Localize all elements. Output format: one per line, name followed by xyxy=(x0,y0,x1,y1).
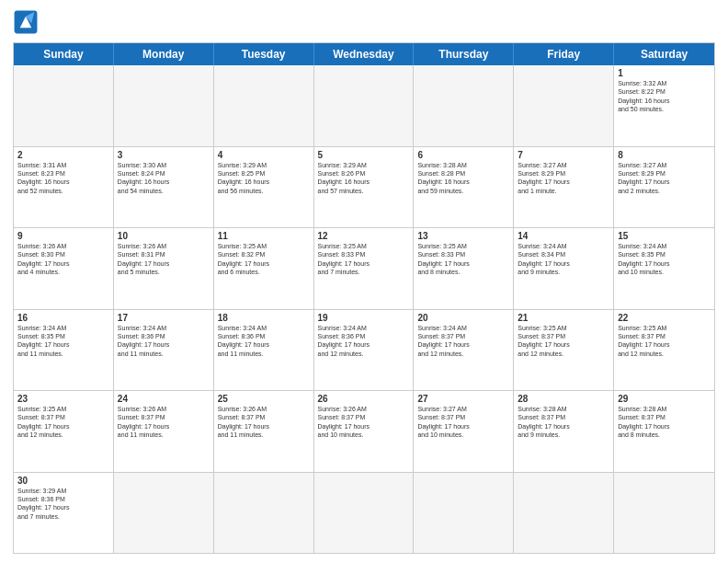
calendar-header: SundayMondayTuesdayWednesdayThursdayFrid… xyxy=(14,43,714,65)
day-number: 24 xyxy=(118,394,210,404)
calendar-cell: 3Sunrise: 3:30 AM Sunset: 8:24 PM Daylig… xyxy=(114,147,214,228)
day-number: 14 xyxy=(518,231,609,241)
calendar-cell: 6Sunrise: 3:28 AM Sunset: 8:28 PM Daylig… xyxy=(414,147,514,228)
day-number: 27 xyxy=(417,394,509,404)
day-number: 26 xyxy=(318,394,410,404)
day-header-tuesday: Tuesday xyxy=(214,43,314,65)
day-number: 28 xyxy=(518,394,609,404)
calendar-cell: 14Sunrise: 3:24 AM Sunset: 8:34 PM Dayli… xyxy=(514,228,614,309)
calendar-cell: 16Sunrise: 3:24 AM Sunset: 8:35 PM Dayli… xyxy=(14,310,114,391)
calendar-cell: 27Sunrise: 3:27 AM Sunset: 8:37 PM Dayli… xyxy=(414,391,514,472)
calendar: SundayMondayTuesdayWednesdayThursdayFrid… xyxy=(13,42,715,554)
cell-info: Sunrise: 3:26 AM Sunset: 8:30 PM Dayligh… xyxy=(17,242,109,277)
calendar-cell: 12Sunrise: 3:25 AM Sunset: 8:33 PM Dayli… xyxy=(314,228,415,309)
header xyxy=(13,9,715,35)
cell-info: Sunrise: 3:27 AM Sunset: 8:29 PM Dayligh… xyxy=(518,161,609,196)
day-number: 20 xyxy=(417,313,509,323)
calendar-cell: 24Sunrise: 3:26 AM Sunset: 8:37 PM Dayli… xyxy=(114,391,214,472)
calendar-cell xyxy=(214,65,314,146)
cell-info: Sunrise: 3:24 AM Sunset: 8:36 PM Dayligh… xyxy=(318,324,410,359)
calendar-cell: 13Sunrise: 3:25 AM Sunset: 8:33 PM Dayli… xyxy=(414,228,514,309)
cell-info: Sunrise: 3:31 AM Sunset: 8:23 PM Dayligh… xyxy=(17,161,109,196)
cell-info: Sunrise: 3:26 AM Sunset: 8:37 PM Dayligh… xyxy=(318,405,410,440)
cell-info: Sunrise: 3:25 AM Sunset: 8:32 PM Dayligh… xyxy=(218,242,310,277)
cell-info: Sunrise: 3:24 AM Sunset: 8:34 PM Dayligh… xyxy=(518,242,609,277)
calendar-cell: 4Sunrise: 3:29 AM Sunset: 8:25 PM Daylig… xyxy=(214,147,314,228)
calendar-cell: 2Sunrise: 3:31 AM Sunset: 8:23 PM Daylig… xyxy=(14,147,114,228)
cell-info: Sunrise: 3:29 AM Sunset: 8:26 PM Dayligh… xyxy=(318,161,410,196)
calendar-week-1: 2Sunrise: 3:31 AM Sunset: 8:23 PM Daylig… xyxy=(14,147,714,229)
calendar-cell: 9Sunrise: 3:26 AM Sunset: 8:30 PM Daylig… xyxy=(14,228,114,309)
cell-info: Sunrise: 3:27 AM Sunset: 8:29 PM Dayligh… xyxy=(618,161,711,196)
calendar-cell xyxy=(514,473,614,554)
calendar-cell: 18Sunrise: 3:24 AM Sunset: 8:36 PM Dayli… xyxy=(214,310,314,391)
calendar-week-0: 1Sunrise: 3:32 AM Sunset: 8:22 PM Daylig… xyxy=(14,65,714,147)
cell-info: Sunrise: 3:32 AM Sunset: 8:22 PM Dayligh… xyxy=(618,79,711,114)
page: SundayMondayTuesdayWednesdayThursdayFrid… xyxy=(0,0,728,563)
cell-info: Sunrise: 3:25 AM Sunset: 8:33 PM Dayligh… xyxy=(417,242,509,277)
calendar-body: 1Sunrise: 3:32 AM Sunset: 8:22 PM Daylig… xyxy=(14,65,714,553)
calendar-cell: 22Sunrise: 3:25 AM Sunset: 8:37 PM Dayli… xyxy=(614,310,714,391)
cell-info: Sunrise: 3:28 AM Sunset: 8:37 PM Dayligh… xyxy=(518,405,609,440)
day-header-wednesday: Wednesday xyxy=(314,43,415,65)
day-number: 4 xyxy=(218,150,310,160)
cell-info: Sunrise: 3:26 AM Sunset: 8:31 PM Dayligh… xyxy=(118,242,210,277)
day-number: 29 xyxy=(618,394,711,404)
cell-info: Sunrise: 3:24 AM Sunset: 8:37 PM Dayligh… xyxy=(417,324,509,359)
calendar-cell xyxy=(214,473,314,554)
calendar-cell: 15Sunrise: 3:24 AM Sunset: 8:35 PM Dayli… xyxy=(614,228,714,309)
calendar-cell xyxy=(14,65,114,146)
calendar-cell: 7Sunrise: 3:27 AM Sunset: 8:29 PM Daylig… xyxy=(514,147,614,228)
day-number: 23 xyxy=(17,394,109,404)
day-number: 9 xyxy=(17,231,109,241)
day-number: 2 xyxy=(17,150,109,160)
day-number: 22 xyxy=(618,313,711,323)
cell-info: Sunrise: 3:28 AM Sunset: 8:37 PM Dayligh… xyxy=(618,405,711,440)
day-number: 6 xyxy=(417,150,509,160)
cell-info: Sunrise: 3:24 AM Sunset: 8:36 PM Dayligh… xyxy=(218,324,310,359)
day-number: 10 xyxy=(118,231,210,241)
cell-info: Sunrise: 3:25 AM Sunset: 8:37 PM Dayligh… xyxy=(618,324,711,359)
calendar-cell: 11Sunrise: 3:25 AM Sunset: 8:32 PM Dayli… xyxy=(214,228,314,309)
calendar-cell: 28Sunrise: 3:28 AM Sunset: 8:37 PM Dayli… xyxy=(514,391,614,472)
calendar-cell: 23Sunrise: 3:25 AM Sunset: 8:37 PM Dayli… xyxy=(14,391,114,472)
cell-info: Sunrise: 3:26 AM Sunset: 8:37 PM Dayligh… xyxy=(218,405,310,440)
calendar-week-4: 23Sunrise: 3:25 AM Sunset: 8:37 PM Dayli… xyxy=(14,391,714,473)
day-number: 8 xyxy=(618,150,711,160)
day-number: 11 xyxy=(218,231,310,241)
calendar-cell xyxy=(114,473,214,554)
logo xyxy=(13,9,42,35)
day-number: 25 xyxy=(218,394,310,404)
day-number: 12 xyxy=(318,231,410,241)
day-header-friday: Friday xyxy=(514,43,614,65)
calendar-cell xyxy=(614,473,714,554)
calendar-week-5: 30Sunrise: 3:29 AM Sunset: 8:36 PM Dayli… xyxy=(14,473,714,554)
calendar-week-2: 9Sunrise: 3:26 AM Sunset: 8:30 PM Daylig… xyxy=(14,228,714,310)
day-header-monday: Monday xyxy=(114,43,214,65)
calendar-cell xyxy=(414,65,514,146)
day-number: 17 xyxy=(118,313,210,323)
day-number: 18 xyxy=(218,313,310,323)
day-number: 30 xyxy=(17,476,109,486)
day-number: 3 xyxy=(118,150,210,160)
day-header-sunday: Sunday xyxy=(14,43,114,65)
cell-info: Sunrise: 3:24 AM Sunset: 8:35 PM Dayligh… xyxy=(618,242,711,277)
calendar-week-3: 16Sunrise: 3:24 AM Sunset: 8:35 PM Dayli… xyxy=(14,310,714,392)
calendar-cell: 5Sunrise: 3:29 AM Sunset: 8:26 PM Daylig… xyxy=(314,147,415,228)
logo-icon xyxy=(13,9,39,35)
cell-info: Sunrise: 3:28 AM Sunset: 8:28 PM Dayligh… xyxy=(417,161,509,196)
cell-info: Sunrise: 3:24 AM Sunset: 8:36 PM Dayligh… xyxy=(118,324,210,359)
cell-info: Sunrise: 3:27 AM Sunset: 8:37 PM Dayligh… xyxy=(417,405,509,440)
day-number: 21 xyxy=(518,313,609,323)
day-number: 16 xyxy=(17,313,109,323)
calendar-cell: 19Sunrise: 3:24 AM Sunset: 8:36 PM Dayli… xyxy=(314,310,415,391)
calendar-cell: 30Sunrise: 3:29 AM Sunset: 8:36 PM Dayli… xyxy=(14,473,114,554)
calendar-cell: 21Sunrise: 3:25 AM Sunset: 8:37 PM Dayli… xyxy=(514,310,614,391)
day-header-saturday: Saturday xyxy=(614,43,714,65)
calendar-cell: 8Sunrise: 3:27 AM Sunset: 8:29 PM Daylig… xyxy=(614,147,714,228)
cell-info: Sunrise: 3:29 AM Sunset: 8:25 PM Dayligh… xyxy=(218,161,310,196)
day-number: 1 xyxy=(618,68,711,78)
day-header-thursday: Thursday xyxy=(414,43,514,65)
cell-info: Sunrise: 3:29 AM Sunset: 8:36 PM Dayligh… xyxy=(17,487,109,522)
day-number: 15 xyxy=(618,231,711,241)
